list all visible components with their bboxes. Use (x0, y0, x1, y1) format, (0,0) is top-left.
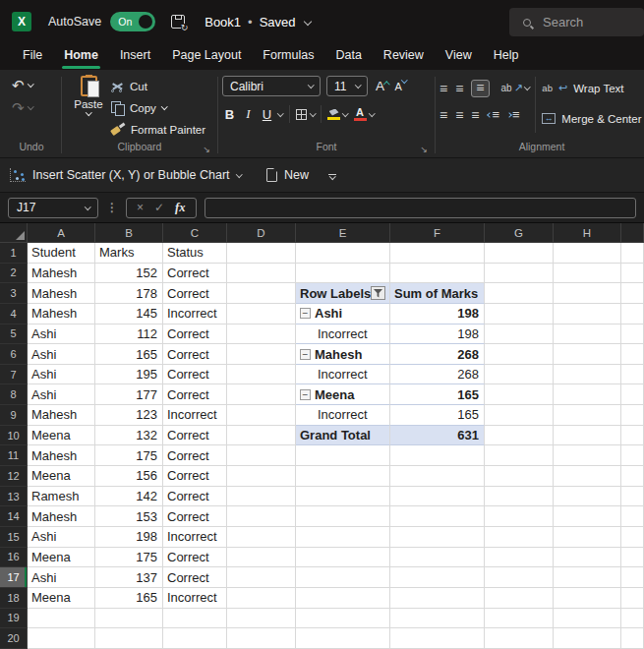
cell-E16[interactable] (296, 548, 390, 568)
cell-B12[interactable]: 156 (95, 466, 163, 487)
cell-C5[interactable]: Correct (163, 324, 227, 345)
increase-indent-button[interactable]: ≡ (507, 107, 520, 122)
cell-F1[interactable] (390, 243, 485, 264)
dialog-launcher-icon[interactable]: ↘ (420, 146, 428, 154)
cell-F2[interactable] (390, 264, 485, 284)
tab-review[interactable]: Review (373, 43, 435, 70)
column-header-C[interactable]: C (163, 223, 227, 243)
cell-G15[interactable] (485, 527, 554, 548)
cell-partial-4[interactable] (621, 304, 644, 324)
paste-button[interactable]: Paste (66, 75, 111, 141)
workbook-title[interactable]: Book1 • Saved (205, 15, 310, 30)
cell-D10[interactable] (227, 426, 296, 446)
row-header-16[interactable]: 16 (0, 548, 28, 568)
insert-function-icon[interactable]: fx (175, 201, 185, 215)
cell-A5[interactable]: Ashi (28, 324, 95, 345)
cell-F3[interactable]: Sum of Marks (390, 283, 485, 304)
column-header-H[interactable]: H (554, 223, 621, 243)
cell-E2[interactable] (296, 264, 390, 284)
dialog-launcher-icon[interactable]: ↘ (203, 146, 210, 154)
row-header-15[interactable]: 15 (0, 527, 28, 548)
cell-G20[interactable] (485, 628, 554, 649)
tab-formulas[interactable]: Formulas (252, 43, 324, 70)
cell-A19[interactable] (28, 609, 95, 629)
chevron-down-icon[interactable] (369, 110, 375, 116)
cell-A18[interactable]: Meena (28, 588, 95, 609)
cell-B16[interactable]: 175 (95, 548, 163, 568)
row-header-11[interactable]: 11 (0, 445, 28, 466)
cell-partial-3[interactable] (621, 283, 644, 304)
cell-partial-14[interactable] (621, 506, 644, 527)
row-header-12[interactable]: 12 (0, 466, 28, 487)
cell-E9[interactable]: Incorrect (296, 405, 390, 426)
cell-D11[interactable] (227, 445, 296, 466)
cell-D19[interactable] (227, 609, 296, 629)
cell-H12[interactable] (554, 466, 621, 487)
row-header-10[interactable]: 10 (0, 426, 28, 446)
cell-C18[interactable]: Incorrect (163, 588, 227, 609)
cell-G10[interactable] (485, 426, 554, 446)
excel-logo-icon[interactable]: X (12, 12, 31, 31)
column-header-B[interactable]: B (95, 223, 163, 243)
italic-button[interactable]: I (241, 106, 256, 122)
column-header-E[interactable]: E (296, 223, 390, 243)
cell-F20[interactable] (390, 628, 485, 649)
cell-D18[interactable] (227, 588, 296, 609)
row-header-8[interactable]: 8 (0, 384, 28, 405)
cell-F11[interactable] (390, 445, 485, 466)
cell-C6[interactable]: Correct (163, 344, 227, 365)
cell-F9[interactable]: 165 (390, 405, 485, 426)
filter-icon[interactable] (371, 286, 385, 300)
cell-H9[interactable] (554, 405, 621, 426)
column-header-G[interactable]: G (485, 223, 554, 243)
cell-B2[interactable]: 152 (95, 264, 163, 284)
formula-input[interactable] (205, 198, 637, 218)
cell-C1[interactable]: Status (163, 243, 227, 264)
customize-qat-button[interactable] (328, 172, 336, 179)
row-header-5[interactable]: 5 (0, 324, 28, 345)
tab-insert[interactable]: Insert (109, 43, 161, 70)
align-top-button[interactable]: ≡ (439, 82, 447, 95)
increase-font-size-button[interactable]: A (376, 80, 389, 93)
align-bottom-button[interactable]: ≡ (471, 80, 489, 97)
cell-H1[interactable] (554, 243, 621, 264)
cell-A14[interactable]: Mahesh (28, 506, 95, 527)
column-header-partial[interactable] (621, 223, 644, 243)
cell-G7[interactable] (485, 365, 554, 385)
orientation-button[interactable]: ab ↗ (501, 82, 530, 94)
cell-D15[interactable] (227, 527, 296, 548)
undo-button[interactable]: ↶ (12, 78, 32, 92)
cell-partial-12[interactable] (621, 466, 644, 487)
row-header-1[interactable]: 1 (0, 243, 28, 264)
cell-F4[interactable]: 198 (390, 304, 485, 324)
cell-C2[interactable]: Correct (163, 264, 227, 284)
cell-A1[interactable]: Student (28, 243, 95, 264)
cell-E10[interactable]: Grand Total (296, 426, 390, 446)
cell-G14[interactable] (485, 506, 554, 527)
cell-D20[interactable] (227, 628, 296, 649)
cell-partial-18[interactable] (621, 588, 644, 609)
cell-H6[interactable] (554, 344, 621, 365)
cell-partial-13[interactable] (621, 487, 644, 507)
cell-E15[interactable] (296, 527, 390, 548)
cell-H19[interactable] (554, 609, 621, 629)
cell-C3[interactable]: Correct (163, 283, 227, 304)
row-header-17[interactable]: 17 (0, 567, 28, 588)
cell-H17[interactable] (554, 567, 621, 588)
tab-view[interactable]: View (435, 43, 483, 70)
cell-H7[interactable] (554, 365, 621, 385)
cell-B5[interactable]: 112 (95, 324, 163, 345)
row-header-6[interactable]: 6 (0, 344, 28, 365)
align-left-button[interactable]: ≡ (439, 108, 447, 122)
row-header-9[interactable]: 9 (0, 405, 28, 426)
font-name-select[interactable]: Calibri (222, 76, 321, 96)
cell-E12[interactable] (296, 466, 390, 487)
cell-partial-7[interactable] (621, 365, 644, 385)
column-header-A[interactable]: A (28, 223, 95, 243)
collapse-icon[interactable]: − (300, 389, 311, 400)
cell-B17[interactable]: 137 (95, 567, 163, 588)
cell-A15[interactable]: Ashi (28, 527, 95, 548)
cell-partial-6[interactable] (621, 344, 644, 365)
cell-E13[interactable] (296, 487, 390, 507)
cell-C19[interactable] (163, 609, 227, 629)
